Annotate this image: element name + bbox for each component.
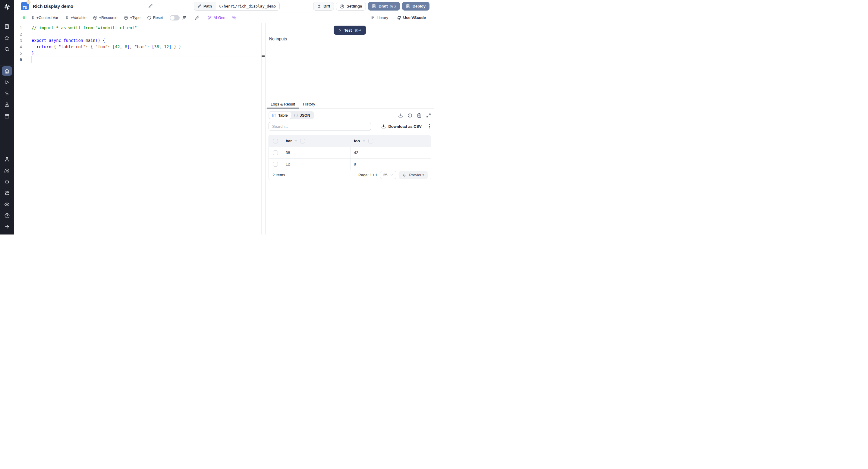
multiplayer-toggle[interactable] — [170, 15, 180, 21]
ai-gen-label: AI Gen — [214, 16, 225, 20]
result-tabs: Logs & Result History — [266, 101, 434, 108]
folder-open-icon — [4, 190, 10, 196]
add-type-button[interactable]: +Type — [124, 16, 140, 20]
sort-icon[interactable] — [362, 139, 366, 143]
path-label-segment: Path — [194, 2, 215, 10]
editor-toolbar: +Context Var +Variable +Resource +Type R… — [14, 12, 434, 23]
draft-button[interactable]: Draft ⌘S — [368, 2, 400, 10]
test-button-label: Test — [344, 28, 352, 33]
row-checkbox[interactable] — [273, 150, 278, 155]
column-filter-box[interactable] — [300, 139, 305, 144]
tab-history[interactable]: History — [299, 101, 319, 108]
result-view-row: Table JSON — [269, 111, 431, 119]
building-icon — [4, 24, 10, 29]
multiplayer-users-icon[interactable] — [182, 15, 187, 20]
page-size-select[interactable]: 25 — [380, 171, 396, 179]
view-json-button[interactable]: JSON — [291, 112, 313, 119]
copy-clipboard-icon[interactable] — [417, 113, 422, 118]
column-header-foo: foo — [354, 139, 360, 143]
column-header-bar: bar — [286, 139, 292, 143]
typescript-badge-label: TS — [23, 6, 27, 9]
more-options-kebab-icon[interactable] — [428, 123, 431, 129]
reset-button[interactable]: Reset — [147, 16, 163, 20]
no-inputs-text: No inputs — [269, 36, 287, 41]
tab-logs-result[interactable]: Logs & Result — [267, 101, 299, 108]
deploy-button[interactable]: Deploy — [402, 2, 430, 10]
page-indicator: Page: 1 / 1 — [358, 173, 377, 177]
help-icon — [4, 213, 10, 219]
row-checkbox[interactable] — [273, 162, 278, 167]
path-control[interactable]: Path u/henri/rich_display_demo — [194, 2, 280, 10]
items-count: 2 items — [273, 173, 285, 177]
play-icon — [4, 80, 10, 85]
line-number: 6 — [14, 56, 22, 63]
column-filter-box[interactable] — [368, 139, 373, 144]
add-context-var-button[interactable]: +Context Var — [31, 16, 58, 20]
robot-icon — [4, 179, 10, 184]
editor-overview-ruler[interactable] — [261, 23, 265, 234]
add-resource-label: +Resource — [99, 16, 118, 20]
code-line[interactable] — [32, 56, 261, 63]
cell-foo: 42 — [354, 150, 358, 155]
sidebar-expand-button[interactable] — [2, 222, 12, 231]
sidebar-item-workers[interactable] — [2, 177, 12, 186]
info-icon[interactable] — [407, 113, 412, 118]
code-line[interactable]: return { "table-col": { "foo": [42, 8], … — [32, 44, 261, 50]
download-csv-button[interactable]: Download as CSV — [381, 124, 422, 129]
ai-gen-button[interactable]: AI Gen — [207, 15, 225, 20]
code-line[interactable]: // import * as wmill from "windmill-clie… — [32, 25, 261, 31]
chevron-down-icon — [390, 173, 393, 177]
sort-icon[interactable] — [294, 139, 298, 143]
dollar-icon — [31, 16, 35, 20]
sidebar-item-users[interactable] — [2, 155, 12, 164]
add-resource-button[interactable]: +Resource — [93, 16, 118, 20]
sidebar-item-folders[interactable] — [2, 188, 12, 198]
github-icon — [397, 15, 401, 20]
sidebar-item-schedules[interactable] — [2, 111, 12, 121]
settings-button[interactable]: Settings — [336, 2, 366, 10]
code-line[interactable]: } — [32, 50, 261, 56]
test-button[interactable]: Test ⌘↵ — [334, 26, 366, 35]
windmill-logo[interactable] — [3, 3, 11, 11]
sidebar-item-settings[interactable] — [2, 166, 12, 175]
sparkles-icon[interactable] — [232, 15, 236, 20]
sidebar-item-resources[interactable] — [2, 100, 12, 110]
eye-icon — [4, 201, 10, 207]
code-line[interactable] — [32, 31, 261, 37]
search-input[interactable] — [269, 122, 371, 131]
previous-page-button[interactable]: Previous — [399, 171, 428, 179]
format-brush-icon[interactable] — [195, 15, 199, 20]
editor-code[interactable]: // import * as wmill from "windmill-clie… — [32, 25, 261, 63]
use-vscode-button[interactable]: Use VScode — [397, 15, 426, 20]
diff-button[interactable]: Diff — [313, 2, 334, 10]
calendar-icon — [4, 113, 10, 119]
select-all-checkbox[interactable] — [273, 139, 278, 144]
edit-summary-pencil-icon[interactable] — [148, 4, 153, 8]
deploy-button-label: Deploy — [412, 4, 426, 8]
sidebar-item-workspace[interactable] — [2, 22, 12, 31]
code-editor[interactable]: 123456 // import * as wmill from "windmi… — [14, 23, 265, 234]
view-table-button[interactable]: Table — [269, 112, 291, 119]
sidebar-item-runs[interactable] — [2, 77, 12, 87]
draft-button-label: Draft — [378, 4, 388, 8]
sidebar-item-favorites[interactable] — [2, 33, 12, 42]
result-table-header: bar foo — [269, 135, 431, 147]
code-line[interactable]: export async function main() { — [32, 37, 261, 44]
download-result-icon[interactable] — [398, 113, 403, 118]
expand-icon[interactable] — [426, 113, 431, 118]
sidebar-item-home[interactable] — [2, 66, 12, 76]
add-variable-button[interactable]: +Variable — [65, 16, 86, 20]
arrow-right-icon — [4, 224, 10, 229]
sidebar-item-variables[interactable] — [2, 89, 12, 98]
dollar-icon — [65, 16, 69, 20]
windmill-script-editor: TS Rich Display demo Path u/henri/rich_d… — [0, 0, 434, 234]
result-table-footer: 2 items Page: 1 / 1 25 Previous — [269, 170, 431, 180]
test-kbd-hint: ⌘↵ — [354, 28, 362, 33]
sidebar-item-audit-logs[interactable] — [2, 199, 12, 209]
draft-kbd-hint: ⌘S — [390, 4, 396, 8]
right-panel: Test ⌘↵ No inputs Logs & Result History … — [265, 23, 434, 234]
cell-bar: 38 — [286, 150, 290, 155]
sidebar-item-help[interactable] — [2, 211, 12, 220]
library-button[interactable]: Library — [370, 15, 388, 20]
sidebar-item-search[interactable] — [2, 44, 12, 54]
